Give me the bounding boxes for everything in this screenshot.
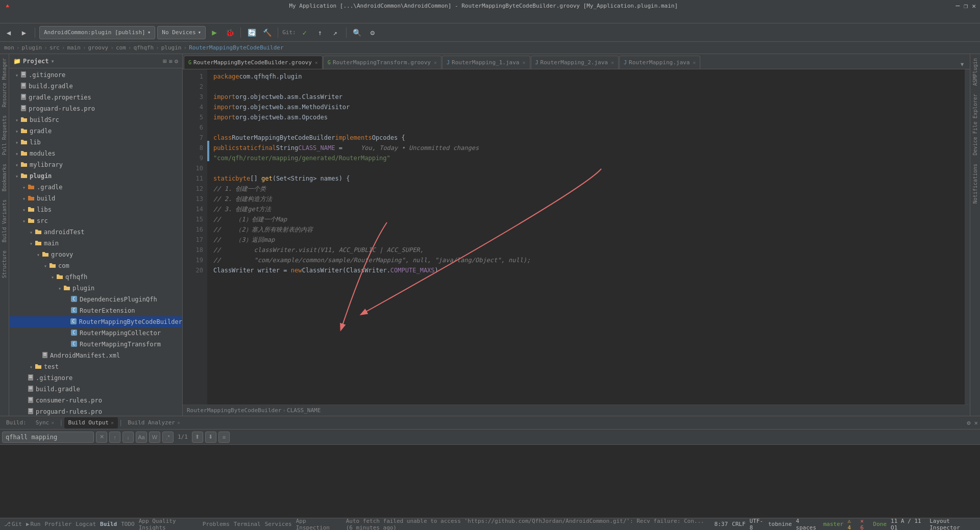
tab-close-transform[interactable]: ✕ <box>434 60 437 65</box>
tab-routermapping-java[interactable]: J RouterMapping.java ✕ <box>619 56 700 69</box>
code-view[interactable]: package com.qfhqfh.plugin import org.obj… <box>209 69 965 405</box>
git-push[interactable]: ↗ <box>329 26 342 39</box>
status-terminal[interactable]: Terminal <box>234 521 261 527</box>
devices-dropdown[interactable]: No Devices ▾ <box>157 26 206 39</box>
expand-all-btn[interactable]: ⊞ <box>163 58 166 65</box>
maximize-button[interactable]: ❐ <box>964 2 968 10</box>
eb-field[interactable]: CLASS_NAME <box>287 407 321 414</box>
search-scroll-down[interactable]: ⬇ <box>205 432 216 443</box>
tab-build-analyzer-close[interactable]: ✕ <box>177 420 180 425</box>
status-build[interactable]: Build <box>100 521 117 527</box>
tree-item[interactable]: gradle.properties <box>9 92 182 103</box>
bc-src[interactable]: src <box>50 44 60 51</box>
tree-item[interactable]: ▾plugin <box>9 283 182 294</box>
status-logcat[interactable]: Logcat <box>76 521 96 527</box>
status-layout-inspector[interactable]: Layout Inspector <box>929 518 976 531</box>
tree-item[interactable]: ▾build <box>9 193 182 204</box>
status-git[interactable]: ⎇ Git <box>4 521 22 527</box>
git-update[interactable]: ↑ <box>313 26 327 39</box>
tab-build-variants[interactable]: Build Variants <box>1 195 8 246</box>
search-next-btn[interactable]: ↓ <box>122 432 134 443</box>
toolbar-fwd-btn[interactable]: ▶ <box>17 26 31 39</box>
tree-item[interactable]: ▾.gradle <box>9 182 182 193</box>
tab-routermapping-2[interactable]: J RouterMapping_2.java ✕ <box>531 56 619 69</box>
bc-com[interactable]: com <box>116 44 126 51</box>
status-position[interactable]: 8:37 <box>715 521 728 527</box>
tab-build-output[interactable]: Build Output ✕ <box>64 417 118 428</box>
build-btn[interactable]: 🔨 <box>260 26 274 39</box>
tree-item[interactable]: CDependenciesPluginQfh <box>9 294 182 305</box>
tree-item[interactable]: ▾androidTest <box>9 226 182 238</box>
status-app-quality[interactable]: App Quality Insights <box>139 518 199 531</box>
tree-item[interactable]: ▾lib <box>9 137 182 148</box>
git-checkmark[interactable]: ✓ <box>298 26 311 39</box>
tree-item[interactable]: CRouterMappingTransform <box>9 339 182 350</box>
tab-close-java[interactable]: ✕ <box>693 60 696 65</box>
sync-btn[interactable]: 🔄 <box>245 26 258 39</box>
tree-item[interactable]: ▾src <box>9 215 182 226</box>
debug-button[interactable]: 🐞 <box>223 26 236 39</box>
status-line-ending[interactable]: CRLF <box>732 521 746 527</box>
bc-file[interactable]: RouterMappingByteCodeBuilder <box>189 44 283 51</box>
status-todo[interactable]: TODO <box>121 521 135 527</box>
status-run[interactable]: ▶ Run <box>26 521 41 527</box>
tab-build[interactable]: Build: <box>2 417 31 428</box>
tree-item[interactable]: ▾main <box>9 238 182 249</box>
status-profiler[interactable]: Profiler <box>44 521 71 527</box>
tab-bookmarks[interactable]: Bookmarks <box>1 160 8 195</box>
status-branch[interactable]: master <box>823 521 844 527</box>
tab-close-2[interactable]: ✕ <box>611 60 614 65</box>
search-word-btn[interactable]: W <box>149 432 160 443</box>
rsb-device-explorer[interactable]: Device File Explorer <box>971 90 979 159</box>
app-config-dropdown[interactable]: AndroidCommon:plugin [publish] ▾ <box>39 26 155 39</box>
tree-item[interactable]: CRouterMappingCollector <box>9 327 182 339</box>
tab-routermapping-1[interactable]: J RouterMapping_1.java ✕ <box>442 56 530 69</box>
tree-item[interactable]: consumer-rules.pro <box>9 395 182 406</box>
tree-item[interactable]: proguard-rules.pro <box>9 103 182 114</box>
search-filter-btn[interactable]: ≡ <box>218 432 230 443</box>
rsb-notifications[interactable]: Notifications <box>971 160 979 208</box>
tabs-more-button[interactable]: ▾ <box>955 59 969 69</box>
minimize-button[interactable]: ─ <box>956 2 960 10</box>
search-btn[interactable]: 🔍 <box>351 26 364 39</box>
tab-routermapping-transform[interactable]: G RouterMappingTransform.groovy ✕ <box>323 56 442 69</box>
search-options-btn[interactable]: Aa <box>136 432 147 443</box>
search-prev-btn[interactable]: ↑ <box>109 432 120 443</box>
tree-item[interactable]: ▾plugin <box>9 170 182 182</box>
tab-structure[interactable]: Structure <box>1 246 8 282</box>
tab-routermapping-builder[interactable]: G RouterMappingByteCodeBuilder.groovy ✕ <box>184 56 323 69</box>
tree-item[interactable]: build.gradle <box>9 81 182 92</box>
tree-item[interactable]: ▾libs <box>9 204 182 215</box>
bc-main[interactable]: main <box>67 44 81 51</box>
toolbar-back-btn[interactable]: ◀ <box>2 26 15 39</box>
tree-item[interactable]: ▾qfhqfh <box>9 271 182 283</box>
search-scroll-up[interactable]: ⬆ <box>192 432 203 443</box>
bc-pluginfolder[interactable]: plugin <box>161 44 182 51</box>
tree-item[interactable]: ▾mylibrary <box>9 159 182 170</box>
tree-item[interactable]: CRouterMappingByteCodeBuilder <box>9 316 182 327</box>
search-regex-btn[interactable]: .* <box>162 432 174 443</box>
tree-item[interactable]: ▾buildSrc <box>9 114 182 125</box>
status-encoding[interactable]: UTF-8 <box>750 518 764 531</box>
panel-options-btn[interactable]: ⚙ <box>175 58 178 65</box>
rsb-asm[interactable]: ASMPlugin <box>971 54 979 90</box>
search-clear-btn[interactable]: ✕ <box>96 432 107 443</box>
settings-btn[interactable]: ⚙ <box>366 26 379 39</box>
search-input[interactable] <box>2 432 94 443</box>
tab-build-output-close[interactable]: ✕ <box>111 420 114 425</box>
status-spaces[interactable]: 4 spaces <box>796 518 819 531</box>
tree-item[interactable]: AndroidManifest.xml <box>9 350 182 361</box>
status-app-inspection[interactable]: App Inspection <box>296 518 338 531</box>
status-services[interactable]: Services <box>265 521 292 527</box>
collapse-all-btn[interactable]: ≡ <box>169 58 173 65</box>
tree-item[interactable]: build.gradle <box>9 384 182 395</box>
status-warnings[interactable]: ⚠ 4 <box>848 518 856 531</box>
project-dropdown-arrow[interactable]: ▾ <box>51 58 55 65</box>
tree-item[interactable]: proguard-rules.pro <box>9 406 182 416</box>
bc-plugin[interactable]: plugin <box>22 44 42 51</box>
tree-item[interactable]: ▾.gitignore <box>9 69 182 81</box>
tab-pull-requests[interactable]: Pull Requests <box>1 111 8 159</box>
tab-build-analyzer[interactable]: Build Analyzer ✕ <box>124 417 184 428</box>
close-button[interactable]: ✕ <box>972 2 976 10</box>
status-errors[interactable]: ✕ 6 <box>861 518 869 531</box>
